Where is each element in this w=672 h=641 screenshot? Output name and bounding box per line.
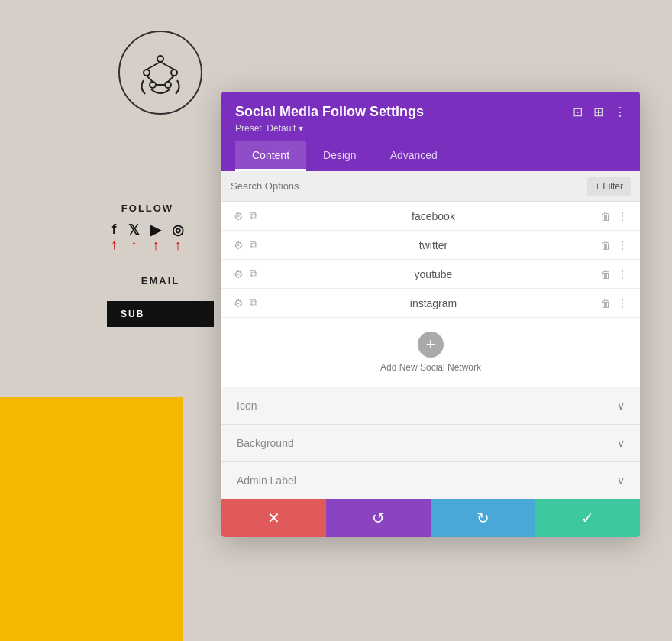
youtube-arrow: ↑ (153, 238, 160, 252)
accordion-icon-label: Icon (237, 400, 257, 412)
chevron-down-icon: ∨ (617, 400, 625, 412)
facebook-icon: f (112, 222, 117, 238)
trash-icon[interactable]: 🗑 (600, 297, 611, 309)
instagram-icon: ◎ (172, 222, 184, 238)
email-divider (115, 293, 206, 293)
settings-panel: Social Media Follow Settings ⊡ ⊞ ⋮ Prese… (221, 92, 640, 537)
item-right-icons: 🗑 ⋮ (600, 268, 628, 280)
more-icon[interactable]: ⋮ (617, 297, 628, 309)
columns-icon[interactable]: ⊞ (593, 105, 603, 119)
more-icon[interactable]: ⋮ (617, 210, 628, 222)
focus-icon[interactable]: ⊡ (573, 105, 583, 119)
item-left-icons: ⚙ ⧉ (234, 238, 257, 251)
tab-content[interactable]: Content (235, 141, 306, 171)
accordion-section: Icon ∨ Background ∨ Admin Label ∨ (221, 387, 640, 499)
svg-point-0 (157, 56, 163, 62)
confirm-button[interactable]: ✓ (535, 499, 640, 537)
social-network-name: youtube (267, 268, 600, 280)
svg-line-7 (147, 76, 153, 82)
twitter-arrow: ↑ (131, 238, 137, 252)
accordion-admin-label[interactable]: Admin Label ∨ (221, 461, 640, 499)
gear-icon[interactable]: ⚙ (234, 210, 244, 222)
panel-header: Social Media Follow Settings ⊡ ⊞ ⋮ Prese… (221, 92, 640, 171)
panel-header-top: Social Media Follow Settings ⊡ ⊞ ⋮ (235, 104, 626, 120)
facebook-arrow: ↑ (111, 238, 118, 251)
copy-icon[interactable]: ⧉ (250, 267, 257, 280)
chevron-down-icon: ∨ (617, 474, 625, 487)
gear-icon[interactable]: ⚙ (234, 268, 244, 280)
item-left-icons: ⚙ ⧉ (234, 296, 257, 309)
panel-title: Social Media Follow Settings (235, 104, 424, 120)
instagram-arrow: ↑ (175, 238, 182, 252)
more-icon[interactable]: ⋮ (617, 239, 628, 251)
panel-tabs: Content Design Advanced (235, 141, 626, 171)
svg-line-8 (168, 76, 174, 82)
panel-preset[interactable]: Preset: Default ▾ (235, 123, 626, 134)
undo-button[interactable]: ↺ (326, 499, 431, 537)
social-network-name: twitter (267, 239, 600, 251)
panel-footer: ✕ ↺ ↻ ✓ (221, 499, 640, 537)
table-row: ⚙ ⧉ twitter 🗑 ⋮ ← (221, 231, 640, 260)
tab-design[interactable]: Design (306, 141, 373, 171)
item-left-icons: ⚙ ⧉ (234, 209, 257, 222)
social-network-name: instagram (267, 297, 600, 309)
follow-section: FOLLOW f ↑ 𝕏 ↑ ▶ ↑ ◎ ↑ (111, 202, 184, 258)
svg-point-3 (150, 82, 156, 88)
search-input[interactable] (231, 171, 587, 201)
yellow-decoration (0, 397, 183, 641)
table-row: ⚙ ⧉ youtube 🗑 ⋮ ← (221, 260, 640, 289)
accordion-background[interactable]: Background ∨ (221, 424, 640, 461)
subscribe-button[interactable]: SUB (107, 301, 214, 327)
twitter-icon-item: 𝕏 ↑ (128, 222, 140, 252)
email-section: EMAIL SUB (107, 275, 214, 327)
social-items-list: ⚙ ⧉ facebook 🗑 ⋮ ← ⚙ ⧉ twitter 🗑 (221, 202, 640, 318)
cancel-button[interactable]: ✕ (221, 499, 326, 537)
social-icons-row: f ↑ 𝕏 ↑ ▶ ↑ ◎ ↑ (111, 222, 184, 252)
item-right-icons: 🗑 ⋮ (600, 297, 628, 309)
accordion-background-label: Background (237, 437, 294, 449)
follow-title: FOLLOW (111, 202, 184, 214)
youtube-icon: ▶ (150, 222, 161, 238)
svg-point-4 (165, 82, 171, 88)
more-options-icon[interactable]: ⋮ (614, 105, 626, 119)
trash-icon[interactable]: 🗑 (600, 239, 611, 251)
facebook-icon-item: f ↑ (111, 222, 118, 252)
tab-advanced[interactable]: Advanced (373, 141, 454, 171)
svg-point-2 (171, 70, 177, 76)
table-row: ⚙ ⧉ facebook 🗑 ⋮ ← (221, 202, 640, 231)
logo-circle (118, 31, 202, 115)
social-network-name: facebook (267, 210, 600, 222)
copy-icon[interactable]: ⧉ (250, 296, 257, 309)
item-right-icons: 🗑 ⋮ (600, 239, 628, 251)
add-circle-icon: + (418, 332, 444, 358)
item-left-icons: ⚙ ⧉ (234, 267, 257, 280)
copy-icon[interactable]: ⧉ (250, 209, 257, 222)
accordion-icon[interactable]: Icon ∨ (221, 387, 640, 424)
youtube-icon-item: ▶ ↑ (150, 222, 161, 252)
add-network-label: Add New Social Network (380, 362, 481, 373)
copy-icon[interactable]: ⧉ (250, 238, 257, 251)
more-icon[interactable]: ⋮ (617, 268, 628, 280)
gear-icon[interactable]: ⚙ (234, 297, 244, 309)
item-right-icons: 🗑 ⋮ (600, 210, 628, 222)
trash-icon[interactable]: 🗑 (600, 268, 611, 280)
svg-line-6 (160, 62, 174, 70)
instagram-icon-item: ◎ ↑ (172, 222, 184, 252)
email-title: EMAIL (107, 275, 214, 287)
search-bar: + Filter (221, 171, 640, 202)
svg-line-5 (147, 62, 160, 70)
twitter-icon: 𝕏 (128, 222, 140, 238)
gear-icon[interactable]: ⚙ (234, 239, 244, 251)
panel-body: + Filter ⚙ ⧉ facebook 🗑 ⋮ ← ⚙ (221, 171, 640, 499)
accordion-admin-label-text: Admin Label (237, 474, 296, 487)
add-network-button[interactable]: + Add New Social Network (221, 318, 640, 387)
svg-point-1 (144, 70, 150, 76)
table-row: ⚙ ⧉ instagram 🗑 ⋮ ← (221, 289, 640, 318)
panel-header-icons: ⊡ ⊞ ⋮ (573, 105, 626, 119)
redo-button[interactable]: ↻ (431, 499, 535, 537)
filter-button[interactable]: + Filter (587, 177, 631, 196)
trash-icon[interactable]: 🗑 (600, 210, 611, 222)
chevron-down-icon: ∨ (617, 437, 625, 449)
